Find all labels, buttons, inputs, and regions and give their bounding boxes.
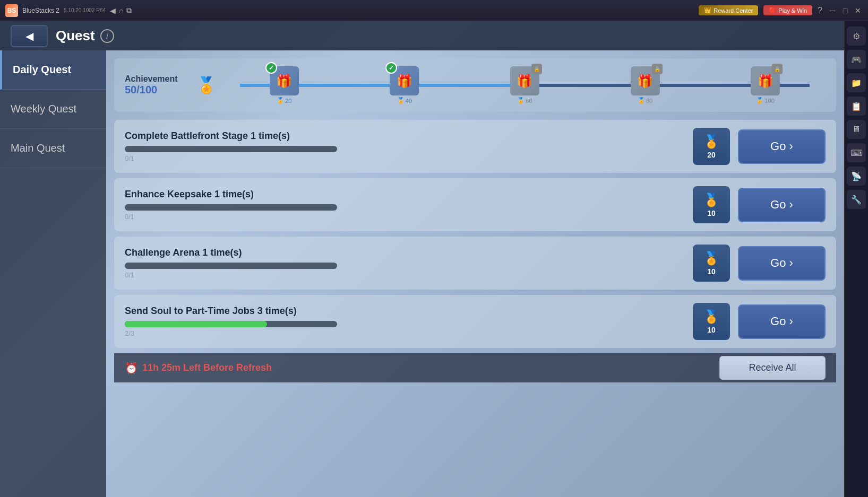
milestone-60[interactable]: 🎁 🔒 🏅 60 [510,66,539,104]
milestone-40[interactable]: 🎁 ✓ 🏅 40 [390,66,419,104]
right-tool-network[interactable]: 📡 [847,167,866,186]
chest-icon-40: 🎁 [397,74,412,89]
quest-card-3: Challenge Arena 1 time(s) 0/1 🏅 10 Go › [114,237,836,290]
quest-title-2: Enhance Keepsake 1 time(s) [125,189,685,200]
milestone-star-60: 🏅 60 [517,97,532,104]
milestone-100[interactable]: 🎁 🔒 🏅 100 [751,66,780,104]
close-button[interactable]: ✕ [853,6,863,15]
achievement-bar: Achievement 50/100 🏅 [114,58,836,112]
quest-title-4: Send Soul to Part-Time Jobs 3 time(s) [125,306,685,317]
app-version: 5.10.20.1002 P64 [64,7,106,13]
reward-center-button[interactable]: 👑 Reward Center [699,5,758,15]
right-tool-more[interactable]: 🔧 [847,190,866,209]
right-tool-screen[interactable]: 🖥 [847,120,866,139]
go-button-2[interactable]: Go › [738,188,826,222]
achievement-count: 50/100 [125,84,188,96]
nav-item-main[interactable]: Main Quest [0,129,106,168]
back-button[interactable]: ◀ [11,25,48,47]
maximize-button[interactable]: □ [840,6,850,15]
milestone-chest-40: 🎁 ✓ [390,66,419,95]
quest-progress-fill-4 [125,321,267,327]
go-button-1[interactable]: Go › [738,129,826,164]
app-icon: BS [5,4,18,17]
quest-card-2: Enhance Keepsake 1 time(s) 0/1 🏅 10 Go › [114,178,836,231]
main-layout: ◀ Quest i Daily Quest Weekly Quest Mai [0,21,868,497]
title-bar: BS BlueStacks 2 5.10.20.1002 P64 ◀ ⌂ ⧉ 👑… [0,0,868,21]
info-icon-button[interactable]: i [100,29,114,43]
milestone-chest-60: 🎁 🔒 [510,66,539,95]
app-name: BlueStacks 2 [22,7,59,14]
milestone-lock-60: 🔒 [531,64,542,74]
page-title-container: Quest i [56,28,114,44]
achievement-label-group: Achievement 50/100 [125,74,188,96]
info-label: i [106,32,108,40]
quest-progress-text-1: 0/1 [125,154,685,162]
star-icon-100: 🏅 [756,97,763,104]
clock-icon: ⏰ [125,362,138,374]
quest-progress-text-3: 0/1 [125,271,685,279]
go-button-4[interactable]: Go › [738,304,826,339]
left-nav: Daily Quest Weekly Quest Main Quest [0,50,106,497]
milestone-star-20: 🏅 20 [277,97,291,104]
quest-progress-bar-3 [125,263,337,269]
quest-info-4: Send Soul to Part-Time Jobs 3 time(s) 2/… [125,306,685,337]
chest-icon-100: 🎁 [758,74,774,89]
nav-item-daily[interactable]: Daily Quest [0,50,106,90]
quest-reward-1: 🏅 20 [693,128,730,165]
milestone-lock-80: 🔒 [652,64,663,74]
milestone-chest-80: 🎁 🔒 [631,66,660,95]
right-tool-keyboard[interactable]: ⌨ [847,143,866,162]
receive-all-button[interactable]: Receive All [719,356,826,380]
milestone-track: 🎁 ✓ 🏅 20 🎁 [224,66,826,104]
title-bar-right: 👑 Reward Center 🔴 Play & Win ? ─ □ ✕ [699,5,863,15]
milestone-80[interactable]: 🎁 🔒 🏅 80 [631,66,660,104]
achievement-start-icon: 🏅 [196,76,216,94]
right-tool-clipboard[interactable]: 📋 [847,97,866,116]
achievement-label: Achievement [125,74,188,84]
help-icon[interactable]: ? [818,6,822,15]
milestone-check-40: ✓ [385,62,397,74]
quest-progress-bar-2 [125,204,337,211]
nav-item-weekly[interactable]: Weekly Quest [0,90,106,129]
reward-medal-icon-3: 🏅 [703,251,719,266]
milestone-chest-20: 🎁 ✓ [270,66,299,95]
quest-reward-4: 🏅 10 [693,303,730,340]
milestone-chest-100: 🎁 🔒 [751,66,780,95]
quest-reward-num-4: 10 [707,326,716,334]
right-tool-gamepad[interactable]: 🎮 [847,50,866,69]
chest-icon-80: 🎁 [637,74,653,89]
quest-title-1: Complete Battlefront Stage 1 time(s) [125,130,685,142]
start-medal-icon: 🏅 [196,76,216,94]
right-sidebar: ⚙ 🎮 📁 📋 🖥 ⌨ 📡 🔧 [844,21,868,497]
header-bar: ◀ Quest i [0,21,844,50]
star-icon-80: 🏅 [638,97,645,104]
nav-back-icon[interactable]: ◀ [110,6,116,15]
minimize-button[interactable]: ─ [828,6,837,15]
quest-info-2: Enhance Keepsake 1 time(s) 0/1 [125,189,685,221]
quest-card-4: Send Soul to Part-Time Jobs 3 time(s) 2/… [114,295,836,348]
play-win-button[interactable]: 🔴 Play & Win [763,5,812,15]
right-tool-settings[interactable]: ⚙ [847,27,866,46]
star-icon-60: 🏅 [517,97,525,104]
reward-medal-icon-1: 🏅 [703,134,719,149]
quest-progress-bar-4 [125,321,337,327]
chest-icon-60: 🎁 [517,74,532,89]
quest-info-3: Challenge Arena 1 time(s) 0/1 [125,247,685,279]
right-tool-folder[interactable]: 📁 [847,73,866,92]
quest-reward-num-3: 10 [707,267,716,276]
star-icon-20: 🏅 [277,97,284,104]
quest-title-3: Challenge Arena 1 time(s) [125,247,685,258]
quest-reward-2: 🏅 10 [693,186,730,223]
nav-home-icon[interactable]: ⌂ [119,6,123,15]
bottom-bar: ⏰ 11h 25m Left Before Refresh Receive Al… [114,353,836,382]
time-left: ⏰ 11h 25m Left Before Refresh [125,362,272,374]
inner-layout: Daily Quest Weekly Quest Main Quest Achi… [0,50,844,497]
quest-progress-text-4: 2/3 [125,329,685,337]
go-button-3[interactable]: Go › [738,246,826,281]
milestone-lock-100: 🔒 [772,64,783,74]
milestone-star-80: 🏅 80 [638,97,652,104]
reward-medal-icon-4: 🏅 [703,309,719,324]
window-controls: ─ □ ✕ [828,6,863,15]
nav-stack-icon[interactable]: ⧉ [126,6,132,15]
milestone-20[interactable]: 🎁 ✓ 🏅 20 [270,66,299,104]
